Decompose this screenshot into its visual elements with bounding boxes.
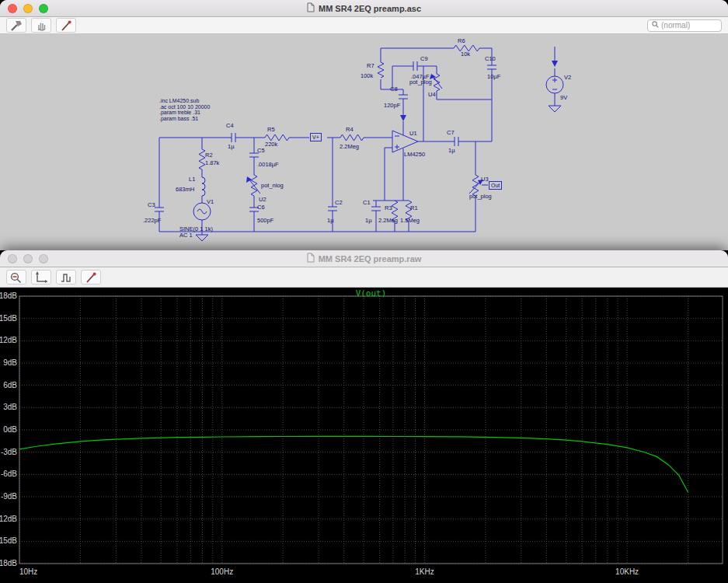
component-label[interactable]: C5 (257, 148, 265, 154)
component-label[interactable]: pot_plog (469, 194, 492, 200)
y-tick-label: 15dB (0, 314, 17, 323)
component-label[interactable]: U2 (259, 197, 266, 203)
window-title-area: MM SR4 2EQ preamp.asc (307, 2, 421, 14)
potentiometer-u2[interactable] (246, 175, 260, 196)
inductor-l1[interactable] (202, 177, 205, 196)
component-label[interactable]: 1µ (228, 144, 235, 150)
net-label[interactable]: Out (489, 181, 502, 190)
capacitor-c1[interactable] (371, 207, 381, 211)
component-label[interactable]: 1µ (365, 218, 372, 224)
schematic-canvas[interactable]: .inc LM4250.sub.ac oct 100 10 20000.para… (0, 34, 728, 250)
y-tick-label: 9dB (3, 358, 17, 367)
plot-area[interactable]: V(out) 18dB15dB12dB9dB6dB3dB0dB-3dB-6dB-… (0, 288, 728, 583)
probe-button[interactable] (56, 18, 76, 33)
component-label[interactable]: 500pF (257, 218, 273, 224)
x-tick-label: 100Hz (211, 567, 233, 576)
search-field[interactable]: (normal) (647, 19, 722, 32)
traffic-lights (8, 254, 48, 264)
resistor-r5[interactable] (265, 134, 289, 141)
plot-settings-button[interactable] (56, 270, 76, 285)
component-label[interactable]: C1 (363, 200, 371, 206)
component-label[interactable]: L1 (189, 176, 195, 183)
plot-toolbar (0, 267, 728, 288)
zoom-button[interactable] (39, 254, 48, 264)
component-label[interactable]: 10µF (487, 74, 500, 80)
component-label[interactable]: 683mH (176, 187, 194, 193)
component-label[interactable]: LM4250 (404, 152, 425, 158)
window-title-area: MM SR4 2EQ preamp.raw (307, 253, 422, 264)
zoom-extents-button[interactable] (31, 270, 51, 285)
trace-vout[interactable] (19, 436, 688, 492)
component-label[interactable]: C7 (447, 130, 455, 136)
component-label[interactable]: 1µ (448, 148, 455, 154)
trace-label[interactable]: V(out) (19, 288, 723, 298)
zoom-back-button[interactable] (6, 270, 26, 285)
spice-directive[interactable]: .inc LM4250.sub (159, 98, 210, 104)
component-label[interactable]: 1µ (327, 218, 334, 224)
component-label[interactable]: 1.5Meg (400, 218, 420, 224)
component-label[interactable]: 220k (265, 141, 277, 148)
close-button[interactable] (8, 254, 17, 264)
component-label[interactable]: R5 (267, 127, 275, 133)
component-label[interactable]: .0018µF (257, 162, 279, 168)
component-label[interactable]: V1 (207, 199, 214, 205)
resistor-r4[interactable] (340, 134, 364, 141)
schematic-titlebar[interactable]: MM SR4 2EQ preamp.asc (0, 0, 728, 17)
component-label[interactable]: 9V (560, 95, 567, 101)
component-label[interactable]: U1 (409, 131, 417, 137)
component-label[interactable]: .222pF (143, 218, 161, 224)
component-label[interactable]: 2.2Meg (378, 218, 398, 224)
probe-button[interactable] (81, 270, 101, 285)
minimize-button[interactable] (23, 4, 33, 13)
spice-directive[interactable]: .ac oct 100 10 20000 (159, 104, 210, 110)
capacitor-c7[interactable] (455, 137, 458, 146)
component-label[interactable]: C4 (226, 123, 234, 129)
component-label[interactable]: C6 (257, 204, 265, 211)
capacitor-c3[interactable] (155, 208, 164, 211)
component-label[interactable]: 100k (361, 73, 373, 79)
pan-hand-button[interactable] (31, 18, 51, 33)
component-label[interactable]: R6 (458, 38, 465, 44)
voltage-source-v2[interactable] (546, 61, 563, 93)
component-label[interactable]: C10 (485, 56, 496, 62)
capacitor-c2[interactable] (328, 207, 337, 211)
component-label[interactable]: 10k (461, 51, 470, 58)
close-button[interactable] (8, 4, 17, 13)
capacitor-c9[interactable] (413, 61, 417, 71)
minimize-button[interactable] (23, 254, 33, 264)
component-label[interactable]: R1 (410, 205, 418, 211)
component-label[interactable]: 120pF (384, 103, 400, 109)
net-label[interactable]: V+ (310, 133, 322, 141)
component-label[interactable]: 1.87k (205, 160, 219, 166)
component-label[interactable]: C2 (335, 200, 343, 206)
zoom-button[interactable] (39, 4, 48, 13)
component-label[interactable]: R4 (346, 127, 354, 133)
component-label[interactable]: 2.2Meg (340, 144, 359, 150)
y-tick-label: 18dB (0, 292, 17, 300)
capacitor-c4[interactable] (232, 133, 235, 142)
component-label[interactable]: C8 (390, 86, 398, 93)
component-label[interactable]: U3 (481, 176, 489, 183)
spice-directive[interactable]: .param treble .31 (159, 110, 210, 116)
resistor-r7[interactable] (378, 62, 384, 78)
component-label[interactable]: pot_nlog (261, 183, 284, 189)
component-label[interactable]: U4 (428, 92, 436, 98)
resistor-r2[interactable] (199, 149, 205, 169)
waveform-plot: 18dB15dB12dB9dB6dB3dB0dB-3dB-6dB-9dB-12d… (0, 288, 728, 583)
capacitor-c8[interactable] (399, 95, 408, 99)
component-label[interactable]: C9 (420, 56, 428, 62)
component-label[interactable]: V2 (564, 75, 571, 81)
edit-tools-button[interactable] (6, 18, 26, 33)
spice-directive[interactable]: .param bass .51 (159, 116, 210, 122)
y-tick-label: -3dB (1, 448, 17, 456)
voltage-source-v1[interactable] (193, 203, 211, 220)
component-label[interactable]: AC 1 (179, 232, 193, 239)
capacitor-c10[interactable] (487, 65, 496, 69)
component-label[interactable]: R3 (385, 205, 392, 211)
waveform-titlebar[interactable]: MM SR4 2EQ preamp.raw (0, 250, 728, 267)
component-label[interactable]: pot_plog (409, 79, 432, 86)
component-label[interactable]: R7 (367, 63, 374, 69)
component-label[interactable]: C3 (148, 202, 155, 208)
component-label[interactable]: R2 (205, 152, 213, 159)
document-icon (307, 2, 315, 14)
